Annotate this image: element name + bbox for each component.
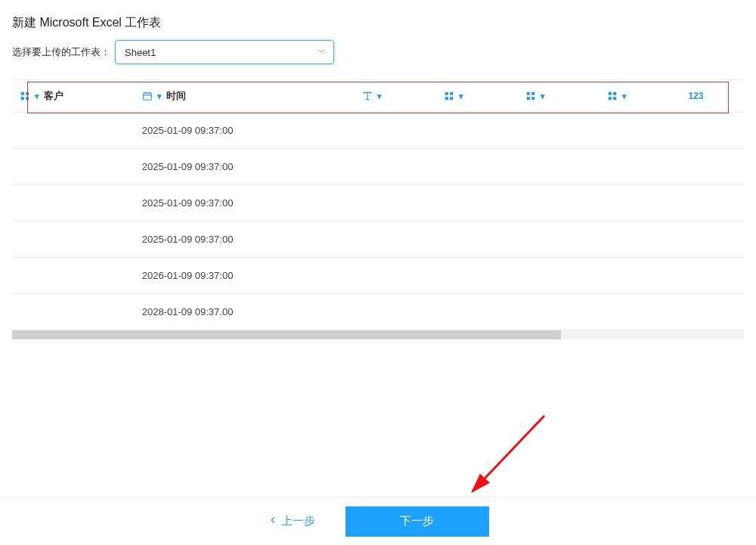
svg-rect-15 bbox=[531, 92, 534, 95]
table-cell bbox=[12, 258, 135, 294]
text-icon bbox=[362, 91, 373, 101]
table-cell: 2026-01-09 09:37:00 bbox=[135, 258, 355, 294]
table-cell bbox=[600, 113, 681, 149]
table-cell bbox=[436, 221, 518, 258]
table-cell bbox=[355, 113, 436, 149]
col-header-6[interactable]: ▾ bbox=[600, 80, 681, 113]
table-cell: 2025-01-09 09:37:00 bbox=[135, 149, 355, 185]
table-cell bbox=[518, 221, 600, 258]
table-cell bbox=[600, 221, 681, 258]
footer-bar: 上一步 下一步 bbox=[0, 497, 756, 545]
col-header-4[interactable]: ▾ bbox=[436, 80, 518, 113]
data-table-wrapper: ▾ 客户 ▾ 时间 bbox=[12, 79, 744, 330]
table-cell: 2025-01-09 09:37:00 bbox=[135, 221, 355, 258]
grid-icon bbox=[607, 91, 618, 101]
svg-rect-12 bbox=[445, 97, 448, 100]
table-cell bbox=[681, 113, 744, 149]
table-cell bbox=[12, 221, 135, 258]
table-cell: 2025-01-09 09:37:00 bbox=[135, 185, 355, 221]
col-header-time[interactable]: ▾ 时间 bbox=[135, 80, 355, 113]
svg-rect-19 bbox=[613, 92, 616, 95]
table-cell bbox=[681, 294, 744, 330]
table-cell bbox=[355, 185, 436, 221]
svg-rect-18 bbox=[608, 92, 611, 95]
table-row: 2025-01-09 09:37:00 bbox=[12, 185, 744, 221]
prev-button-label: 上一步 bbox=[281, 514, 315, 528]
upload-label: 选择要上传的工作表： bbox=[12, 45, 110, 59]
table-row: 2028-01-09 09:37.00 bbox=[12, 294, 744, 330]
table-cell bbox=[12, 294, 135, 330]
table-cell bbox=[436, 113, 518, 149]
table-cell bbox=[681, 185, 744, 221]
table-cell bbox=[518, 294, 600, 330]
col-label: 时间 bbox=[166, 89, 186, 103]
table-cell bbox=[681, 221, 744, 258]
sheet-select[interactable]: Sheet1 bbox=[115, 40, 334, 64]
grid-icon bbox=[20, 91, 30, 101]
table-row: 2025-01-09 09:37:00 bbox=[12, 221, 744, 258]
col-header-customer[interactable]: ▾ 客户 bbox=[12, 80, 135, 113]
svg-rect-13 bbox=[450, 97, 453, 100]
col-header-3[interactable]: ▾ bbox=[355, 80, 436, 113]
horizontal-scrollbar[interactable] bbox=[12, 330, 744, 339]
grid-icon bbox=[525, 91, 536, 101]
svg-rect-10 bbox=[445, 92, 448, 95]
table-cell bbox=[355, 221, 436, 258]
chevron-down-icon: ▾ bbox=[377, 91, 382, 101]
table-cell bbox=[600, 185, 681, 221]
svg-rect-20 bbox=[608, 97, 611, 100]
sheet-select-value: Sheet1 bbox=[125, 47, 156, 58]
table-cell bbox=[436, 185, 518, 221]
number-icon: 123 bbox=[689, 91, 704, 101]
chevron-down-icon: ▾ bbox=[35, 91, 39, 101]
svg-rect-3 bbox=[26, 97, 29, 100]
col-header-5[interactable]: ▾ bbox=[518, 80, 600, 113]
table-cell: 2028-01-09 09:37.00 bbox=[135, 294, 355, 330]
table-cell bbox=[355, 258, 436, 294]
chevron-down-icon bbox=[317, 47, 326, 58]
table-row: 2026-01-09 09:37:00 bbox=[12, 258, 744, 294]
table-cell bbox=[355, 294, 436, 330]
chevron-down-icon: ▾ bbox=[541, 91, 545, 101]
table-header-row: ▾ 客户 ▾ 时间 bbox=[12, 80, 744, 113]
table-cell bbox=[681, 258, 744, 294]
table-cell bbox=[600, 294, 681, 330]
chevron-left-icon bbox=[268, 515, 278, 528]
svg-rect-16 bbox=[527, 97, 530, 100]
data-table: ▾ 客户 ▾ 时间 bbox=[12, 80, 744, 330]
svg-rect-0 bbox=[21, 92, 24, 95]
table-cell bbox=[12, 113, 135, 149]
table-cell: 2025-01-09 09:37:00 bbox=[135, 113, 355, 149]
svg-rect-21 bbox=[613, 97, 616, 100]
table-cell bbox=[436, 258, 518, 294]
scrollbar-thumb[interactable] bbox=[12, 330, 561, 339]
table-cell bbox=[600, 258, 681, 294]
table-cell bbox=[681, 149, 744, 185]
svg-line-22 bbox=[472, 416, 544, 491]
next-button-label: 下一步 bbox=[400, 514, 434, 527]
chevron-down-icon: ▾ bbox=[622, 91, 627, 101]
table-row: 2025-01-09 09:37:00 bbox=[12, 149, 744, 185]
col-header-7[interactable]: 123 bbox=[681, 80, 744, 113]
svg-rect-2 bbox=[21, 97, 24, 100]
svg-rect-17 bbox=[531, 97, 534, 100]
table-cell bbox=[12, 149, 135, 185]
svg-rect-4 bbox=[143, 93, 151, 100]
table-cell bbox=[518, 258, 600, 294]
prev-button[interactable]: 上一步 bbox=[268, 514, 315, 528]
calendar-icon bbox=[142, 91, 153, 101]
col-label: 客户 bbox=[44, 89, 64, 103]
grid-icon bbox=[444, 91, 454, 101]
chevron-down-icon: ▾ bbox=[459, 91, 463, 101]
page-title: 新建 Microsoft Excel 工作表 bbox=[12, 15, 744, 31]
table-cell bbox=[436, 294, 518, 330]
table-cell bbox=[518, 113, 600, 149]
svg-rect-1 bbox=[26, 92, 29, 95]
table-cell bbox=[436, 149, 518, 185]
table-cell bbox=[12, 185, 135, 221]
table-cell bbox=[355, 149, 436, 185]
next-button[interactable]: 下一步 bbox=[345, 506, 489, 537]
table-row: 2025-01-09 09:37:00 bbox=[12, 113, 744, 149]
table-cell bbox=[518, 149, 600, 185]
table-cell bbox=[600, 149, 681, 185]
